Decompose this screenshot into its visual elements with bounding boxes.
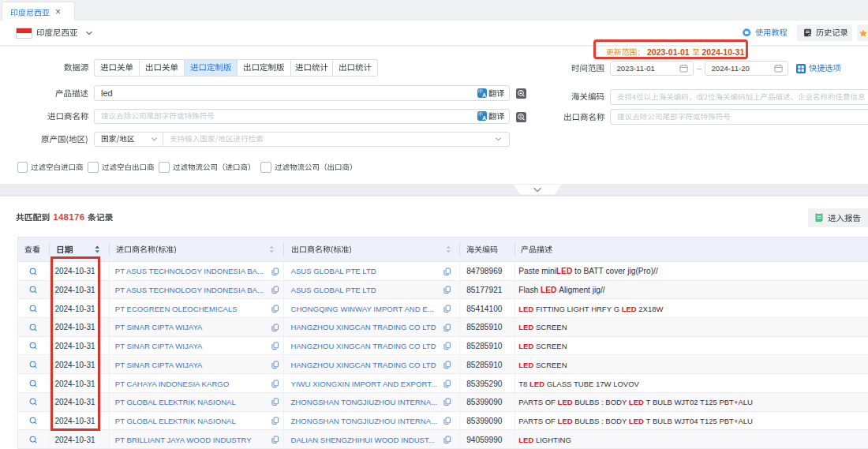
svg-text:A: A (482, 92, 486, 97)
svg-text:A: A (482, 115, 486, 121)
